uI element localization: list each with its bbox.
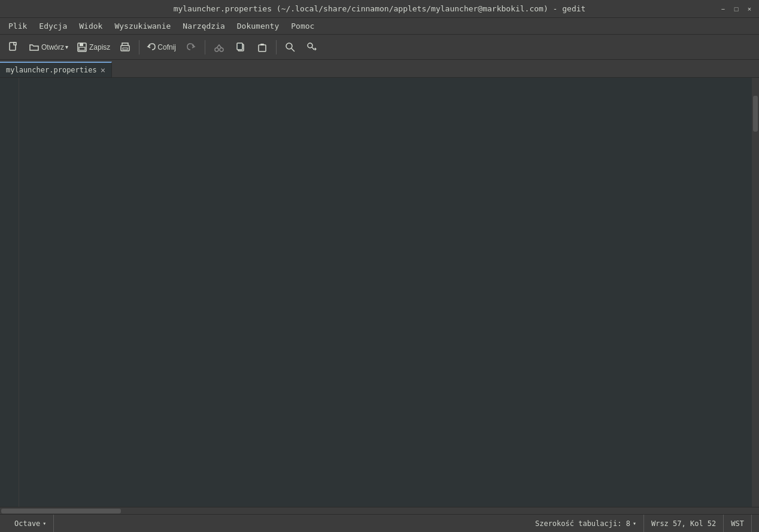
svg-point-14 bbox=[308, 43, 312, 48]
search-replace-button[interactable] bbox=[302, 37, 322, 57]
menu-pomoc[interactable]: Pomoc bbox=[285, 19, 320, 33]
statusbar: Octave ▾ Szerokość tabulacji: 8 ▾ Wrsz 5… bbox=[0, 514, 759, 532]
svg-rect-4 bbox=[79, 47, 85, 50]
svg-point-13 bbox=[286, 43, 292, 49]
toolbar-separator-1 bbox=[139, 40, 139, 54]
tab-mylauncher[interactable]: mylauncher.properties × bbox=[0, 62, 112, 77]
minimize-button[interactable]: − bbox=[718, 4, 728, 14]
horizontal-scrollbar[interactable] bbox=[0, 507, 759, 514]
open-button[interactable]: Otwórz ▾ bbox=[25, 37, 72, 57]
tabbar: mylauncher.properties × bbox=[0, 60, 759, 78]
svg-rect-6 bbox=[123, 48, 127, 50]
tab-label: mylauncher.properties bbox=[6, 66, 97, 74]
svg-point-7 bbox=[215, 48, 218, 51]
insert-mode: WST bbox=[724, 515, 752, 532]
svg-rect-3 bbox=[80, 43, 83, 46]
toolbar-separator-2 bbox=[205, 40, 205, 54]
svg-rect-10 bbox=[237, 43, 242, 50]
line-numbers bbox=[0, 78, 19, 507]
svg-rect-11 bbox=[259, 45, 266, 51]
menu-widok[interactable]: Widok bbox=[73, 19, 108, 33]
print-button[interactable] bbox=[115, 37, 135, 57]
menu-plik[interactable]: Plik bbox=[2, 19, 33, 33]
cut-button[interactable] bbox=[209, 37, 229, 57]
code-editor[interactable] bbox=[19, 78, 752, 507]
menubar: Plik Edycja Widok Wyszukiwanie Narzędzia… bbox=[0, 18, 759, 35]
save-button[interactable]: Zapisz bbox=[73, 37, 114, 57]
chevron-down-icon: ▾ bbox=[42, 520, 46, 527]
copy-button[interactable] bbox=[230, 37, 251, 57]
toolbar-separator-3 bbox=[276, 40, 277, 54]
svg-point-8 bbox=[220, 48, 223, 51]
redo-button[interactable] bbox=[181, 37, 201, 57]
cursor-position: Wrsz 57, Kol 52 bbox=[644, 515, 724, 532]
toolbar: Otwórz ▾ Zapisz Cofnij bbox=[0, 35, 759, 60]
tab-close-button[interactable]: × bbox=[101, 65, 105, 75]
svg-rect-12 bbox=[260, 44, 264, 45]
tab-width-status: Szerokość tabulacji: 8 ▾ bbox=[528, 515, 644, 532]
menu-wyszukiwanie[interactable]: Wyszukiwanie bbox=[108, 19, 177, 33]
undo-button[interactable]: Cofnij bbox=[143, 37, 180, 57]
paste-button[interactable] bbox=[252, 37, 272, 57]
editor-area bbox=[0, 78, 759, 507]
window-controls: − □ × bbox=[718, 4, 754, 14]
menu-narzedzia[interactable]: Narzędzia bbox=[177, 19, 230, 33]
menu-edycja[interactable]: Edycja bbox=[33, 19, 73, 33]
vertical-scrollbar[interactable] bbox=[752, 78, 759, 507]
window-title: mylauncher.properties (~/.local/share/ci… bbox=[41, 4, 718, 13]
svg-rect-1 bbox=[14, 42, 16, 45]
new-button[interactable] bbox=[4, 37, 24, 57]
menu-dokumenty[interactable]: Dokumenty bbox=[231, 19, 285, 33]
search-button[interactable] bbox=[280, 37, 300, 57]
titlebar: mylauncher.properties (~/.local/share/ci… bbox=[0, 0, 759, 18]
scrollbar-thumb[interactable] bbox=[753, 96, 758, 132]
tab-chevron-icon: ▾ bbox=[633, 520, 636, 527]
hscroll-thumb[interactable] bbox=[1, 509, 121, 513]
maximize-button[interactable]: □ bbox=[731, 4, 741, 14]
close-button[interactable]: × bbox=[745, 4, 754, 14]
language-selector[interactable]: Octave ▾ bbox=[7, 515, 54, 532]
